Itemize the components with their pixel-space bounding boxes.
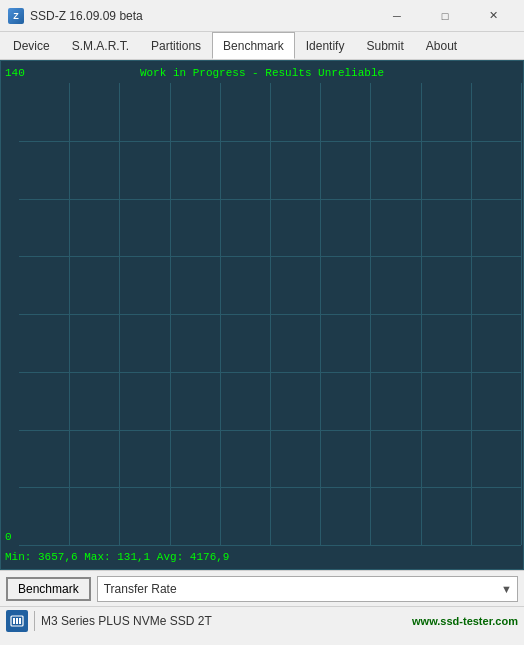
minimize-button[interactable]: ─	[374, 0, 420, 32]
menu-item-partitions[interactable]: Partitions	[140, 32, 212, 59]
grid-v-7	[370, 83, 371, 545]
grid-v-1	[69, 83, 70, 545]
grid-v-4	[220, 83, 221, 545]
chart-area: 140 Work in Progress - Results Unreliabl…	[0, 60, 524, 570]
chart-grid	[19, 83, 521, 545]
dropdown-wrapper: Transfer Rate ▼	[97, 576, 518, 602]
menu-bar: Device S.M.A.R.T. Partitions Benchmark I…	[0, 32, 524, 60]
close-button[interactable]: ✕	[470, 0, 516, 32]
chart-stats: Min: 3657,6 Max: 131,1 Avg: 4176,9	[5, 551, 229, 563]
status-divider	[34, 611, 35, 631]
status-icon	[6, 610, 28, 632]
chart-title: Work in Progress - Results Unreliable	[140, 67, 384, 79]
grid-v-8	[421, 83, 422, 545]
grid-v-10	[521, 83, 522, 545]
chart-y-max-label: 140	[5, 67, 25, 79]
title-bar: Z SSD-Z 16.09.09 beta ─ □ ✕	[0, 0, 524, 32]
transfer-rate-dropdown[interactable]: Transfer Rate	[97, 576, 518, 602]
grid-v-3	[170, 83, 171, 545]
title-bar-text: SSD-Z 16.09.09 beta	[30, 9, 374, 23]
svg-rect-1	[13, 618, 15, 624]
website-link[interactable]: www.ssd-tester.com	[412, 615, 518, 627]
svg-rect-3	[19, 618, 21, 624]
grid-h-8	[19, 545, 521, 546]
benchmark-button[interactable]: Benchmark	[6, 577, 91, 601]
menu-item-smart[interactable]: S.M.A.R.T.	[61, 32, 140, 59]
menu-item-identify[interactable]: Identify	[295, 32, 356, 59]
svg-rect-2	[16, 618, 18, 624]
menu-item-submit[interactable]: Submit	[355, 32, 414, 59]
app-icon: Z	[8, 8, 24, 24]
menu-item-benchmark[interactable]: Benchmark	[212, 32, 295, 59]
menu-item-device[interactable]: Device	[2, 32, 61, 59]
status-bar: M3 Series PLUS NVMe SSD 2T www.ssd-teste…	[0, 606, 524, 634]
maximize-button[interactable]: □	[422, 0, 468, 32]
bottom-toolbar: Benchmark Transfer Rate ▼	[0, 570, 524, 606]
grid-v-6	[320, 83, 321, 545]
device-name: M3 Series PLUS NVMe SSD 2T	[41, 614, 406, 628]
menu-item-about[interactable]: About	[415, 32, 468, 59]
chart-y-min-label: 0	[5, 531, 12, 543]
window-controls: ─ □ ✕	[374, 0, 516, 32]
grid-v-9	[471, 83, 472, 545]
grid-v-2	[119, 83, 120, 545]
grid-v-5	[270, 83, 271, 545]
